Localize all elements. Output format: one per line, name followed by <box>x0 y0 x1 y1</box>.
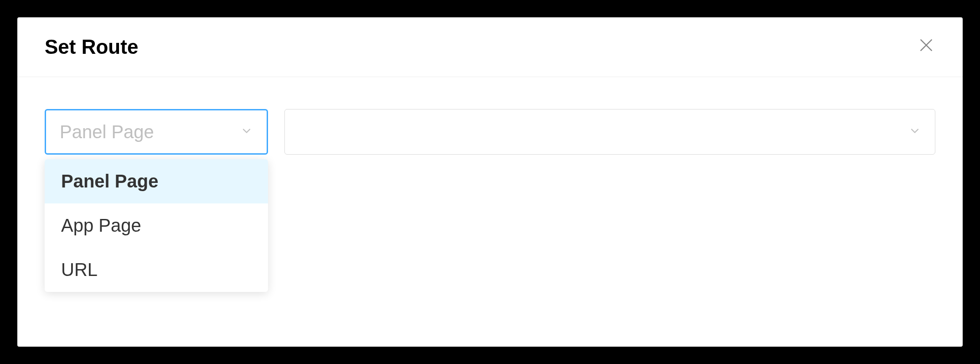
route-type-dropdown: Panel Page App Page URL <box>45 159 268 292</box>
dropdown-option-app-page[interactable]: App Page <box>45 203 268 248</box>
chevron-down-icon <box>240 125 253 139</box>
chevron-down-icon <box>908 125 921 139</box>
set-route-dialog: Set Route Panel Page Panel Page <box>17 17 963 347</box>
dropdown-option-panel-page[interactable]: Panel Page <box>45 159 268 203</box>
route-type-select-wrapper: Panel Page Panel Page App Page URL <box>45 109 268 155</box>
dropdown-option-url[interactable]: URL <box>45 248 268 292</box>
dialog-header: Set Route <box>17 17 963 77</box>
dialog-title: Set Route <box>45 36 138 58</box>
close-icon <box>917 35 935 59</box>
route-target-select[interactable] <box>284 109 935 155</box>
route-type-select[interactable]: Panel Page <box>45 109 268 155</box>
close-button[interactable] <box>917 36 935 58</box>
dialog-body: Panel Page Panel Page App Page URL <box>17 77 963 187</box>
route-type-placeholder: Panel Page <box>60 122 154 142</box>
